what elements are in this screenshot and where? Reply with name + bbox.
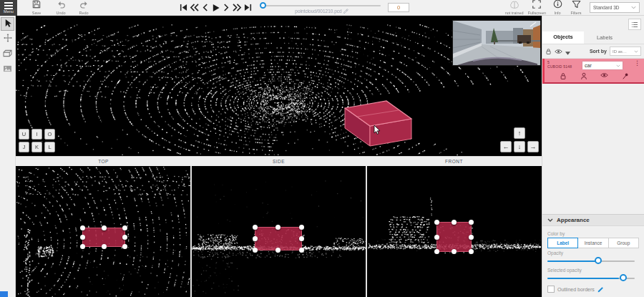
panel-menu-button[interactable] [628,19,641,30]
side-view-bbox[interactable] [255,227,302,250]
color-by-label-option[interactable]: Label [547,238,578,248]
side-view[interactable] [192,166,368,297]
hotkey-u[interactable]: U [19,129,29,140]
hamburger-icon [4,2,13,9]
outlined-borders-checkbox[interactable] [547,286,555,293]
frame-slider-thumb[interactable] [260,2,266,9]
skip-first-button[interactable] [179,3,188,13]
color-by-group-option[interactable]: Group [609,238,639,248]
object-owner-button[interactable] [580,72,587,80]
hotkey-k[interactable]: K [31,142,42,152]
object-visibility-button[interactable] [600,72,608,80]
bbox-handle[interactable] [102,225,107,230]
view-mode-select[interactable]: Standard 3D [590,2,640,13]
toolbar-right-group: not trained Fullscreen Info Filters [503,0,644,16]
selected-cuboid[interactable] [338,99,424,149]
hotkey-o[interactable]: O [44,129,55,140]
outlined-borders-label: Outlined borders [557,287,595,292]
front-view[interactable] [367,166,542,297]
arrow-down-button[interactable]: ↓ [514,141,525,152]
bbox-handle[interactable] [122,225,127,230]
next-frame-button[interactable] [222,3,231,13]
opacity-slider-thumb[interactable] [595,257,602,264]
bbox-handle[interactable] [299,225,304,230]
hotkey-i[interactable]: I [31,129,42,140]
front-view-label: FRONT [366,157,542,166]
play-button[interactable] [211,3,220,13]
cuboid-tool-button[interactable] [1,47,14,61]
ortho-views [16,166,542,297]
bbox-handle[interactable] [299,248,304,253]
bbox-handle[interactable] [452,220,457,225]
lock-all-button[interactable] [545,48,552,55]
current-file-label: pointcloud/001210.pcd [263,9,381,14]
arrow-left-button[interactable]: ← [500,141,512,152]
info-button[interactable]: Info [548,0,567,16]
camera-preview[interactable] [453,21,540,65]
object-pin-button[interactable] [622,72,629,80]
bbox-handle[interactable] [299,236,304,241]
bbox-handle[interactable] [102,244,107,249]
sort-select[interactable]: ID as… [610,47,641,56]
top-view[interactable] [16,166,192,297]
bbox-handle[interactable] [253,236,258,241]
expand-caret-icon[interactable] [565,45,570,58]
undo-button[interactable]: Undo [52,0,70,16]
fast-rewind-button[interactable] [190,3,199,13]
edit-borders-button[interactable] [597,286,604,293]
panel-tabs: Objects Labels [542,31,644,44]
prev-frame-button[interactable] [200,3,210,13]
bbox-handle[interactable] [434,220,439,225]
bbox-handle[interactable] [122,244,127,249]
menu-button[interactable]: Menu [0,0,17,16]
fullscreen-button[interactable]: Fullscreen [526,0,548,16]
object-class-select[interactable]: car [582,61,623,70]
bbox-handle[interactable] [80,235,85,240]
object-more-button[interactable]: ⋮ [633,60,641,67]
arrow-right-button[interactable]: → [527,141,539,152]
bbox-handle[interactable] [253,248,258,253]
chevron-down-icon [547,218,553,222]
chevron-down-icon [634,49,638,54]
bbox-handle[interactable] [434,235,439,240]
skip-last-button[interactable] [243,3,253,13]
pan-tool-button[interactable] [1,32,14,46]
frame-slider[interactable]: pointcloud/001210.pcd [263,0,381,16]
bbox-handle[interactable] [253,225,258,230]
filters-button[interactable]: Filters [567,0,585,16]
image-context-tool-button[interactable] [1,62,14,76]
redo-button[interactable]: Redo [74,0,93,16]
bbox-handle[interactable] [469,235,474,240]
bbox-handle[interactable] [122,235,127,240]
arrow-up-button[interactable]: ↑ [514,127,525,139]
object-lock-button[interactable] [560,72,567,80]
color-by-instance-option[interactable]: Instance [578,238,608,248]
bbox-handle[interactable] [275,225,280,230]
object-id-label: CUBOID 5148 [547,64,582,69]
link-icon[interactable] [343,9,348,14]
hotkey-j[interactable]: J [19,142,29,152]
opacity-slider[interactable] [547,257,639,266]
frame-number-input[interactable] [388,3,409,12]
playback-controls [179,3,253,13]
front-view-bbox[interactable] [436,222,472,252]
info-icon [553,0,562,11]
perspective-view[interactable]: U I O J K L ↑ ← ↓ → [16,16,542,156]
visibility-all-button[interactable] [555,49,562,54]
tab-labels[interactable]: Labels [584,31,625,44]
hotkey-l[interactable]: L [44,142,55,152]
selected-opacity-slider[interactable] [547,274,639,283]
bbox-handle[interactable] [80,244,85,249]
tab-objects[interactable]: Objects [542,31,584,44]
top-view-bbox[interactable] [82,228,125,247]
bbox-handle[interactable] [80,225,85,230]
fast-forward-button[interactable] [233,3,242,13]
mouse-cursor-icon [374,125,381,135]
not-trained-button[interactable]: not trained [503,0,526,16]
select-tool-button[interactable] [1,17,14,31]
photo-icon [3,64,12,74]
save-button[interactable]: Save [27,0,46,16]
selected-opacity-slider-thumb[interactable] [620,274,627,281]
appearance-header[interactable]: Appearance [542,215,644,226]
object-list-item-selected[interactable]: 5 CUBOID 5148 car ⋮ [542,59,644,84]
